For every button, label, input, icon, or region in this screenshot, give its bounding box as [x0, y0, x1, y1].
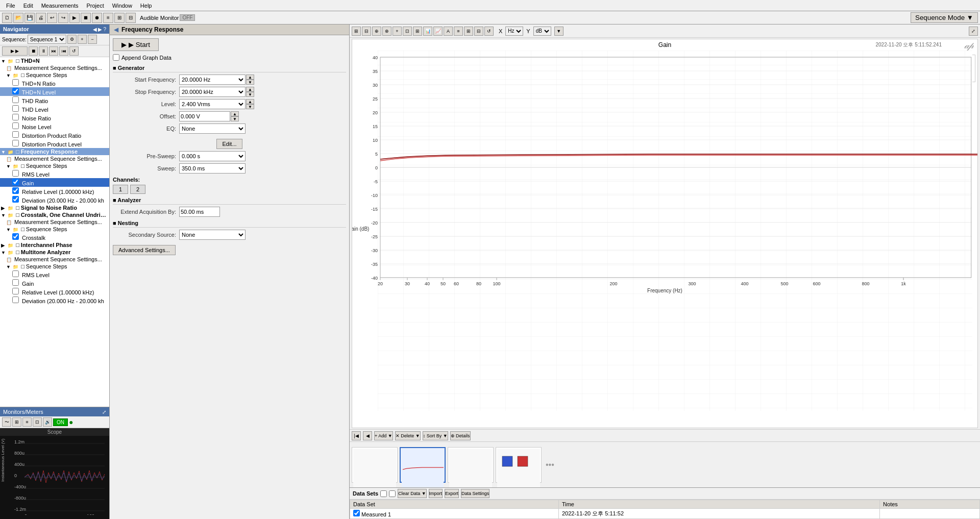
chart-tb7[interactable]: ⊞: [413, 27, 422, 36]
tree-noise-level[interactable]: Noise Level: [0, 122, 109, 131]
tree-thdn-settings[interactable]: 📋 Measurement Sequence Settings...: [0, 64, 109, 71]
tree-mt-rms[interactable]: RMS Level: [0, 270, 109, 279]
datasets-check2[interactable]: [389, 490, 396, 497]
tree-mt-dev[interactable]: Deviation (20.000 Hz - 20.000 kh: [0, 296, 109, 305]
mon-tb1[interactable]: 〜: [2, 417, 11, 427]
loop-btn[interactable]: ↺: [69, 46, 79, 56]
menu-project[interactable]: Project: [82, 2, 108, 10]
tb4-btn[interactable]: ≡: [103, 13, 113, 23]
stop-freq-up[interactable]: ▲: [246, 87, 254, 92]
pause-btn[interactable]: ⏸: [39, 46, 48, 56]
tree-icp-group[interactable]: ▶ 📁 □ Interchannel Phase: [0, 241, 109, 249]
data-settings-btn[interactable]: Data Settings: [461, 489, 489, 498]
tree-thd-ratio[interactable]: THD Ratio: [0, 96, 109, 105]
sequence-mode-btn[interactable]: Sequence Mode ▼: [911, 12, 978, 23]
start-freq-select[interactable]: 20.0000 Hz: [179, 75, 246, 85]
chart-tb2[interactable]: ⊟: [362, 27, 371, 36]
page-first-btn[interactable]: |◀: [352, 431, 361, 440]
stop-freq-select[interactable]: 20.0000 kHz: [179, 87, 246, 97]
tb1-btn[interactable]: ▶: [69, 13, 80, 23]
undo-btn[interactable]: ↩: [47, 13, 57, 23]
tree-multitone-settings[interactable]: 📋 Measurement Sequence Settings...: [0, 256, 109, 263]
chk-rms-level[interactable]: [12, 170, 19, 177]
mon-tb5[interactable]: 🔊: [43, 417, 52, 427]
eq-select[interactable]: None: [179, 123, 246, 134]
chart-tb11[interactable]: ≡: [454, 27, 463, 36]
chk-noise-ratio[interactable]: [12, 114, 19, 120]
offset-input[interactable]: [179, 111, 230, 121]
nav-info-btn[interactable]: ?: [103, 27, 106, 32]
tree-freq-group[interactable]: ▼ 📁 □ Frequency Response: [0, 148, 109, 155]
tree-thdn-level[interactable]: THD+N Level: [0, 87, 109, 96]
tree-thdn-ratio[interactable]: THD+N Ratio: [0, 79, 109, 87]
nav-remove-btn[interactable]: −: [88, 35, 97, 44]
chk-mt-dev[interactable]: [12, 296, 19, 303]
chk-noise-level[interactable]: [12, 122, 19, 129]
sort-btn[interactable]: ↕ Sort By ▼: [423, 431, 448, 440]
menu-measurements[interactable]: Measurements: [37, 2, 83, 10]
nav-collapse-btn[interactable]: ◀: [93, 27, 97, 32]
offset-up[interactable]: ▲: [231, 111, 239, 116]
tree-freq-settings[interactable]: 📋 Measurement Sequence Settings...: [0, 155, 109, 162]
dataset-row-0[interactable]: Measured 1 2022-11-20 오후 5:11:52: [350, 509, 980, 519]
chk-rel-level[interactable]: [12, 187, 19, 194]
delete-btn[interactable]: ✕ Delete ▼: [395, 431, 421, 440]
chart-tb9[interactable]: 📈: [433, 27, 443, 36]
nav-config-btn[interactable]: ⚙: [67, 35, 77, 44]
level-up[interactable]: ▲: [246, 99, 254, 104]
nav-expand-btn[interactable]: ▶: [98, 27, 102, 32]
sequence-select[interactable]: Sequence 1: [28, 35, 66, 44]
chk-gain[interactable]: [12, 179, 19, 185]
tree-thdn-seqsteps[interactable]: ▼ 📁 □ Sequence Steps: [0, 71, 109, 79]
thumb-rms[interactable]: RMS Level: [352, 447, 398, 483]
tree-dist-level[interactable]: Distortion Product Level: [0, 139, 109, 148]
mon-tb4[interactable]: ⊡: [33, 417, 42, 427]
menu-window[interactable]: Window: [108, 2, 136, 10]
chk-crosstalk[interactable]: [12, 233, 19, 240]
chk-mt-rms[interactable]: [12, 270, 19, 277]
tree-snr-group[interactable]: ▶ 📁 □ Signal to Noise Ratio: [0, 204, 109, 211]
tb6-btn[interactable]: ⊟: [126, 13, 136, 23]
tree-crosstalk-settings[interactable]: 📋 Measurement Sequence Settings...: [0, 218, 109, 226]
play-btn[interactable]: ▶ ▶: [2, 46, 28, 56]
y-config-btn[interactable]: ▼: [554, 27, 564, 36]
back-btn[interactable]: ⏮: [59, 46, 68, 56]
tree-freq-seqsteps[interactable]: ▼ 📁 □ Sequence Steps: [0, 162, 109, 169]
level-down[interactable]: ▼: [246, 104, 254, 109]
tree-mt-rel[interactable]: Relative Level (1.00000 kHz): [0, 287, 109, 296]
tb3-btn[interactable]: ⏺: [92, 13, 102, 23]
menu-help[interactable]: Help: [136, 2, 156, 10]
chart-tb12[interactable]: ⊞: [464, 27, 473, 36]
monitors-expand-btn[interactable]: ⤢: [102, 409, 106, 415]
chk-thd-ratio[interactable]: [12, 96, 19, 103]
chart-tb10[interactable]: A: [444, 27, 453, 36]
mon-tb3[interactable]: ≡: [22, 417, 32, 427]
chart-tb6[interactable]: ⊡: [403, 27, 412, 36]
thumb-deviation[interactable]: Deviation (20.0000...: [496, 447, 542, 483]
tree-crosstalk-group[interactable]: ▼ 📁 □ Crosstalk, One Channel Undriven: [0, 211, 109, 218]
tree-dist-ratio[interactable]: Distortion Product Ratio: [0, 131, 109, 139]
edit-btn[interactable]: Edit...: [216, 139, 242, 149]
secondary-source-select[interactable]: None: [179, 230, 246, 240]
add-btn[interactable]: + Add ▼: [374, 431, 393, 440]
nav-add-btn[interactable]: +: [78, 35, 87, 44]
sweep-select[interactable]: 350.0 ms: [179, 163, 246, 174]
chart-tb1[interactable]: ⊞: [352, 27, 361, 36]
import-btn[interactable]: Import: [429, 489, 443, 498]
stop-btn[interactable]: ⏹: [29, 46, 38, 56]
chk-mt-gain[interactable]: [12, 279, 19, 286]
tree-mt-gain[interactable]: Gain: [0, 279, 109, 287]
tree-thdn-group[interactable]: ▼ 📁 □ THD+N: [0, 57, 109, 64]
open-btn[interactable]: 📂: [13, 13, 23, 23]
details-btn[interactable]: ⊕ Details: [450, 431, 471, 440]
chk-thd-level[interactable]: [12, 105, 19, 112]
dataset-row-check[interactable]: [353, 510, 360, 516]
tb2-btn[interactable]: ⏹: [81, 13, 91, 23]
chart-tb8[interactable]: 📊: [423, 27, 432, 36]
append-checkbox[interactable]: [113, 54, 119, 61]
chart-tb4[interactable]: ⊗: [382, 27, 391, 36]
level-select[interactable]: 2.400 Vrms: [179, 99, 246, 109]
tree-thd-level[interactable]: THD Level: [0, 105, 109, 113]
chart-tb5[interactable]: +: [393, 27, 402, 36]
chart-expand-btn[interactable]: ⤢: [969, 27, 978, 36]
